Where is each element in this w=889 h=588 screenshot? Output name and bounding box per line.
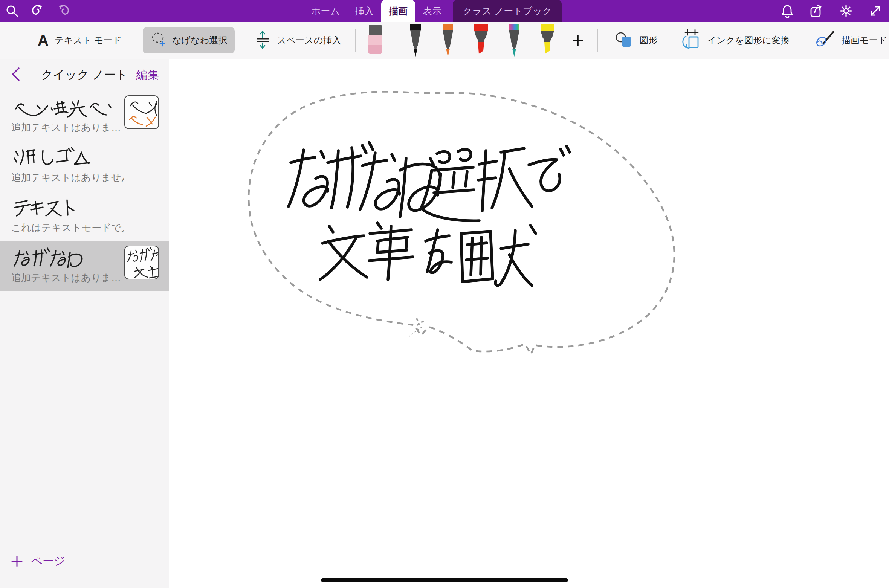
toolbar-divider xyxy=(597,29,598,52)
add-page-label: ページ xyxy=(31,553,65,569)
tab-insert[interactable]: 挿入 xyxy=(347,0,381,22)
handwriting-line1 xyxy=(289,142,570,221)
ink-to-shape-button[interactable]: インクを図形に変換 xyxy=(680,29,790,52)
tab-view[interactable]: 表示 xyxy=(415,0,449,22)
undo-icon[interactable] xyxy=(29,3,46,19)
draw-toolbar: A テキスト モード なげなわ選択 スペースの挿入 + 図 xyxy=(0,22,889,59)
item-subtitle: 追加テキストはありません xyxy=(11,171,124,184)
ink-to-shape-label: インクを図形に変換 xyxy=(707,34,790,46)
text-mode-button[interactable]: A テキスト モード xyxy=(38,33,122,48)
notifications-bell-icon[interactable] xyxy=(779,3,796,19)
home-indicator-bar[interactable] xyxy=(321,578,568,582)
handwritten-title xyxy=(11,247,87,268)
title-bar: ホーム 挿入 描画 表示 クラス ノートブック xyxy=(0,0,889,22)
page-list-item-eraser[interactable]: 追加テキストはありません xyxy=(0,141,169,191)
fullscreen-expand-icon[interactable] xyxy=(867,3,884,19)
draw-mode-icon xyxy=(814,30,836,51)
tab-home[interactable]: ホーム xyxy=(304,0,347,22)
red-highlighter-tool[interactable] xyxy=(470,22,492,59)
settings-gear-icon[interactable] xyxy=(838,3,854,19)
add-page-button[interactable]: ページ xyxy=(11,553,65,569)
share-icon[interactable] xyxy=(808,3,825,19)
tab-draw[interactable]: 描画 xyxy=(381,0,415,22)
handwritten-title xyxy=(11,147,94,168)
lasso-select-button[interactable]: なげなわ選択 xyxy=(143,27,235,53)
rainbow-galaxy-pen-tool[interactable] xyxy=(504,22,524,59)
item-subtitle: 追加テキストはありま… xyxy=(11,121,124,134)
edit-button[interactable]: 編集 xyxy=(136,67,159,83)
topbar-left-icons xyxy=(4,0,72,22)
toolbar-divider xyxy=(355,29,356,52)
handwritten-title xyxy=(11,197,83,218)
plus-icon xyxy=(11,556,23,567)
topbar-right-icons xyxy=(779,0,884,22)
shapes-button[interactable]: 図形 xyxy=(614,31,657,50)
page-thumbnail xyxy=(124,95,159,129)
insert-space-button[interactable]: スペースの挿入 xyxy=(254,29,341,52)
page-list-item-pen-highlighter[interactable]: 追加テキストはありま… xyxy=(0,91,169,141)
item-subtitle: 追加テキストはありま… xyxy=(11,271,124,284)
redo-icon[interactable] xyxy=(55,3,72,19)
item-subtitle: これはテキストモードで入力し… xyxy=(11,221,124,234)
yellow-highlighter-tool[interactable] xyxy=(537,22,558,59)
handwriting-line2 xyxy=(320,223,536,286)
black-pen-tool[interactable] xyxy=(406,22,425,59)
insert-space-label: スペースの挿入 xyxy=(277,34,341,46)
back-chevron-icon[interactable] xyxy=(11,67,20,83)
handwritten-title xyxy=(11,97,113,118)
orange-pen-tool[interactable] xyxy=(438,22,458,59)
page-list-item-text[interactable]: これはテキストモードで入力し… xyxy=(0,191,169,241)
add-pen-button[interactable]: + xyxy=(571,30,584,51)
search-icon[interactable] xyxy=(4,3,20,19)
sidebar-header: クイック ノート 編集 xyxy=(0,59,169,91)
tab-class-notebook[interactable]: クラス ノートブック xyxy=(453,0,562,22)
lasso-selection-loop xyxy=(249,92,674,354)
ink-to-shape-icon xyxy=(680,29,701,52)
ribbon-tabs: ホーム 挿入 描画 表示 クラス ノートブック xyxy=(304,0,562,22)
lasso-icon xyxy=(150,32,168,49)
ink-drawing xyxy=(169,59,889,588)
shapes-icon xyxy=(614,31,634,50)
draw-mode-label: 描画モード xyxy=(842,34,887,46)
text-mode-icon: A xyxy=(38,33,49,48)
shapes-label: 図形 xyxy=(639,34,657,46)
page-list-sidebar: クイック ノート 編集 追加テキストはありま… xyxy=(0,59,169,588)
lasso-select-label: なげなわ選択 xyxy=(172,34,227,46)
toolbar-divider xyxy=(395,29,395,52)
insert-space-icon xyxy=(254,29,272,52)
page-list-item-lasso[interactable]: 追加テキストはありま… xyxy=(0,241,169,291)
page-thumbnail xyxy=(124,246,159,279)
text-mode-label: テキスト モード xyxy=(55,34,122,46)
eraser-tool[interactable] xyxy=(365,22,385,59)
note-canvas[interactable] xyxy=(169,59,889,588)
draw-mode-button[interactable]: 描画モード xyxy=(814,30,887,51)
